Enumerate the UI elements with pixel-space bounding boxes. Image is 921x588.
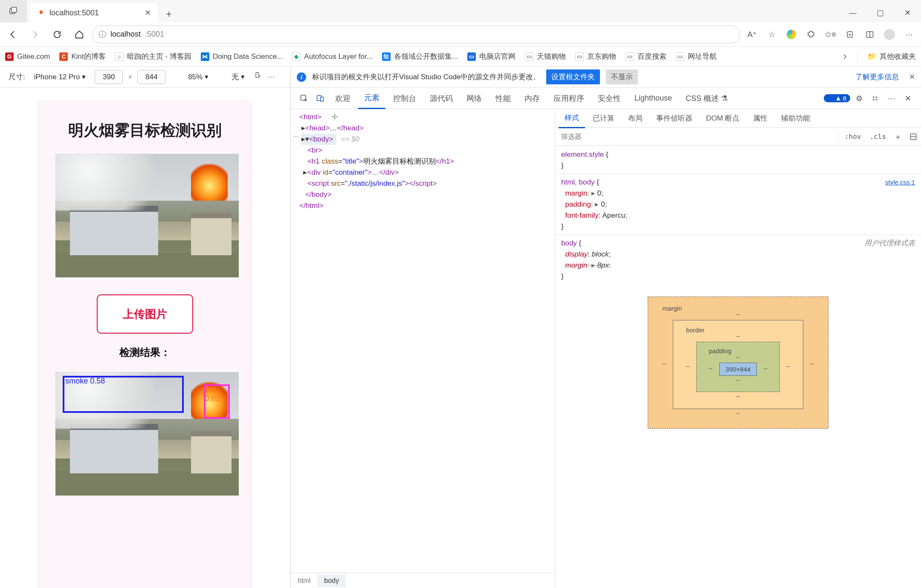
tab-network[interactable]: 网络 <box>460 88 488 109</box>
new-rule-icon[interactable]: ＋ <box>890 129 906 144</box>
settings-icon[interactable]: ⚙ <box>852 91 866 106</box>
info-close-icon[interactable]: ✕ <box>909 72 915 81</box>
devtools-close-icon[interactable]: ✕ <box>901 91 915 106</box>
tab-security[interactable]: 安全性 <box>592 88 627 109</box>
rotate-icon[interactable] <box>254 72 262 82</box>
tab-actions-icon[interactable] <box>0 0 26 22</box>
device-select[interactable]: iPhone 12 Pro ▾ <box>30 70 90 84</box>
other-bookmarks-folder[interactable]: 📁其他收藏夹 <box>867 52 916 61</box>
browser-split-icon[interactable] <box>861 26 878 43</box>
tab-lighthouse[interactable]: Lighthouse <box>628 89 678 108</box>
extensions-icon[interactable] <box>802 26 820 43</box>
box-model: margin – – border – – padding <box>555 285 921 429</box>
subtab-a11y[interactable]: 辅助功能 <box>775 109 816 127</box>
set-root-button[interactable]: 设置根文件夹 <box>546 69 600 84</box>
back-button[interactable] <box>3 25 22 44</box>
device-more-icon[interactable]: ⋯ <box>267 72 275 81</box>
detection-box-fire: fire 0.83 <box>204 384 229 419</box>
devtools-pane: i 标识项目的根文件夹以打开Visual Studio Code中的源文件并同步… <box>291 66 921 588</box>
site-info-icon[interactable]: ⓘ <box>98 29 106 40</box>
tab-console[interactable]: 控制台 <box>387 88 422 109</box>
forward-button[interactable] <box>26 25 44 44</box>
zoom-select[interactable]: 85% ▾ <box>184 70 212 84</box>
bookmark-item[interactable]: ▭网址导航 <box>676 52 717 61</box>
cls-toggle[interactable]: .cls <box>865 130 890 143</box>
gutter-dots-icon[interactable]: ⋯ <box>293 132 298 140</box>
styles-filter-row: :hov .cls ＋ <box>555 128 921 146</box>
hov-toggle[interactable]: :hov <box>840 130 866 143</box>
profile-icon[interactable] <box>881 26 898 43</box>
url-host: localhost <box>110 30 141 39</box>
bookmark-item[interactable]: ▭电脑店官网 <box>467 52 516 61</box>
dom-tree[interactable]: <html> ✢ ▸<head>…</head> ▸▾<body>== $0 <… <box>291 109 555 573</box>
learn-more-link[interactable]: 了解更多信息 <box>855 72 899 82</box>
upload-button[interactable]: 上传图片 <box>97 294 193 334</box>
device-toggle-icon[interactable] <box>313 91 327 106</box>
minimize-button[interactable]: ― <box>839 3 866 22</box>
inspect-icon[interactable] <box>297 91 311 106</box>
subtab-props[interactable]: 属性 <box>747 109 773 127</box>
elements-pane: ⋯ <html> ✢ ▸<head>…</head> ▸▾<body>== $0… <box>291 109 555 588</box>
url-field[interactable]: ⓘ localhost:5001 <box>92 26 740 43</box>
bookmark-overflow-icon[interactable] <box>841 53 848 60</box>
tab-title: localhost:5001 <box>49 9 139 17</box>
browser-tab[interactable]: localhost:5001 ✕ <box>30 3 158 22</box>
extension-color-icon[interactable] <box>783 26 800 43</box>
bookmark-item[interactable]: GGitee.com <box>5 52 50 61</box>
tab-sources[interactable]: 源代码 <box>424 88 459 109</box>
close-window-button[interactable]: ✕ <box>894 3 921 22</box>
subtab-dom-bp[interactable]: DOM 断点 <box>700 109 745 127</box>
subtab-listeners[interactable]: 事件侦听器 <box>650 109 698 127</box>
subtab-computed[interactable]: 已计算 <box>587 109 620 127</box>
favorite-icon[interactable]: ☆ <box>763 26 780 43</box>
svg-rect-7 <box>321 97 324 101</box>
info-message: 标识项目的根文件夹以打开Visual Studio Code中的源文件并同步更改… <box>312 72 540 82</box>
read-aloud-icon[interactable]: A⁺ <box>744 26 761 43</box>
bookmark-item[interactable]: ▭京东购物 <box>575 52 616 61</box>
device-toolbar: 尺寸: iPhone 12 Pro ▾ 390 × 844 85% ▾ 无 ▾ … <box>0 66 290 88</box>
subtab-styles[interactable]: 样式 <box>559 109 585 128</box>
tab-css-overview[interactable]: CSS 概述 ⚗ <box>680 88 734 109</box>
dock-icon[interactable] <box>868 91 883 106</box>
main-split: 尺寸: iPhone 12 Pro ▾ 390 × 844 85% ▾ 无 ▾ … <box>0 66 921 588</box>
tab-memory[interactable]: 内存 <box>518 88 546 109</box>
reload-button[interactable] <box>48 25 67 44</box>
collections-icon[interactable] <box>842 26 859 43</box>
browser-chrome: localhost:5001 ✕ ＋ ― ▢ ✕ ⓘ localhost:500… <box>0 0 921 66</box>
bookmark-item[interactable]: ⋈Doing Data Science... <box>201 52 283 61</box>
tab-application[interactable]: 应用程序 <box>547 88 590 109</box>
favorites-list-icon[interactable]: ✩≡ <box>822 26 839 43</box>
app-title: 明火烟雾目标检测识别 <box>55 120 235 141</box>
new-tab-button[interactable]: ＋ <box>160 5 177 22</box>
home-button[interactable] <box>70 25 89 44</box>
devtools-more-icon[interactable]: ⋯ <box>884 91 899 106</box>
devtools-tabs: 欢迎 元素 控制台 源代码 网络 性能 内存 应用程序 安全性 Lighthou… <box>291 88 921 109</box>
tab-elements[interactable]: 元素 <box>358 87 385 109</box>
crumb-body[interactable]: body <box>317 574 346 587</box>
preview-area: 明火烟雾目标检测识别 上传图片 检测结果： <box>0 88 290 588</box>
crumb-html[interactable]: html <box>291 574 317 587</box>
issues-badge[interactable]: 8 <box>824 94 850 102</box>
workspace-info-bar: i 标识项目的根文件夹以打开Visual Studio Code中的源文件并同步… <box>291 66 921 88</box>
bookmark-item[interactable]: ◆Autofocus Layer for... <box>292 52 373 61</box>
bookmark-item[interactable]: 知各领域公开数据集... <box>382 52 458 61</box>
hide-button[interactable]: 不显示 <box>606 69 638 84</box>
more-icon[interactable]: ⋯ <box>901 26 918 43</box>
width-input[interactable]: 390 <box>95 70 123 84</box>
height-input[interactable]: 844 <box>137 70 165 84</box>
maximize-button[interactable]: ▢ <box>866 3 894 22</box>
bookmark-item[interactable]: ▭百度搜索 <box>626 52 666 61</box>
beaker-icon: ⚗ <box>721 94 728 103</box>
tab-performance[interactable]: 性能 <box>489 88 517 109</box>
bookmark-item[interactable]: ▭天猫购物 <box>525 52 566 61</box>
styles-filter-input[interactable] <box>555 133 837 141</box>
subtab-layout[interactable]: 布局 <box>622 109 649 127</box>
throttle-select[interactable]: 无 ▾ <box>228 70 249 84</box>
detection-box-smoke: smoke 0.58 <box>63 376 184 413</box>
tab-close-icon[interactable]: ✕ <box>145 8 151 17</box>
computed-toggle-icon[interactable] <box>906 129 921 144</box>
bookmark-item[interactable]: CKint的博客 <box>59 52 105 61</box>
css-rules[interactable]: element.style { } style.css:1html, body … <box>555 146 921 285</box>
tab-welcome[interactable]: 欢迎 <box>329 88 356 109</box>
bookmark-item[interactable]: ☼暗踟的主页 - 博客园 <box>115 52 191 61</box>
